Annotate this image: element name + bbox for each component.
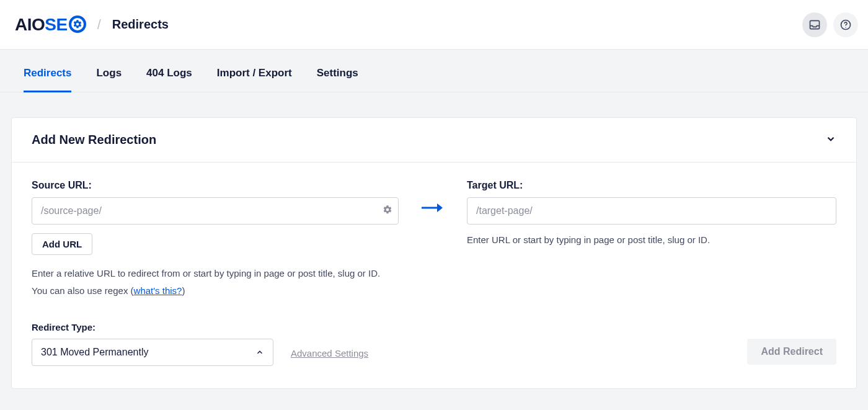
redirect-type-block: Redirect Type: 301 Moved Permanently — [32, 322, 273, 366]
source-help-text: Enter a relative URL to redirect from or… — [32, 265, 397, 300]
logo-gear-icon — [69, 16, 86, 33]
target-url-input[interactable] — [467, 197, 836, 225]
target-url-label: Target URL: — [467, 180, 836, 191]
tabs: Redirects Logs 404 Logs Import / Export … — [0, 50, 868, 92]
arrow-column — [399, 180, 467, 216]
breadcrumb-separator: / — [97, 17, 101, 33]
source-url-options-button[interactable] — [383, 205, 392, 217]
panel-title: Add New Redirection — [32, 133, 156, 147]
arrow-right-icon — [420, 202, 445, 216]
svg-point-2 — [845, 27, 846, 27]
chevron-up-icon — [255, 348, 264, 357]
tab-redirects[interactable]: Redirects — [24, 50, 71, 92]
panel-collapse-toggle[interactable] — [825, 133, 836, 147]
logo-text-aio: AIO — [15, 15, 45, 35]
help-button[interactable] — [833, 12, 858, 37]
source-url-input[interactable] — [32, 197, 399, 225]
source-help-post: ) — [182, 285, 185, 296]
tab-404-logs[interactable]: 404 Logs — [146, 50, 192, 92]
redirect-type-label: Redirect Type: — [32, 322, 273, 332]
source-url-label: Source URL: — [32, 180, 399, 191]
panel-body: Source URL: Add URL Enter a relative URL… — [12, 163, 856, 388]
tab-settings[interactable]: Settings — [317, 50, 358, 92]
gear-icon — [383, 205, 392, 215]
source-help-pre: Enter a relative URL to redirect from or… — [32, 268, 380, 296]
inbox-icon — [808, 19, 821, 31]
redirect-type-select[interactable]: 301 Moved Permanently — [32, 339, 273, 366]
panel-add-redirection: Add New Redirection Source URL: Add URL … — [11, 117, 857, 389]
chevron-down-icon — [825, 133, 836, 145]
topbar: AIO SE / Redirects — [0, 0, 868, 50]
form-row-urls: Source URL: Add URL Enter a relative URL… — [32, 180, 836, 300]
whats-this-link[interactable]: what's this? — [134, 285, 182, 296]
target-help-text: Enter URL or start by typing in page or … — [467, 234, 836, 245]
add-redirect-button[interactable]: Add Redirect — [747, 339, 836, 365]
form-row-bottom: Redirect Type: 301 Moved Permanently Adv… — [32, 322, 836, 366]
inbox-button[interactable] — [802, 12, 827, 37]
target-column: Target URL: Enter URL or start by typing… — [467, 180, 836, 245]
logo-text-se: SE — [45, 15, 67, 35]
redirect-type-selected: 301 Moved Permanently — [41, 347, 148, 358]
page-title: Redirects — [112, 17, 169, 32]
tab-import-export[interactable]: Import / Export — [217, 50, 292, 92]
logo: AIO SE — [15, 15, 86, 35]
panel-header: Add New Redirection — [12, 118, 856, 163]
add-url-button[interactable]: Add URL — [32, 233, 92, 255]
svg-rect-0 — [810, 20, 820, 29]
tab-logs[interactable]: Logs — [96, 50, 122, 92]
source-column: Source URL: Add URL Enter a relative URL… — [32, 180, 399, 300]
advanced-settings-link[interactable]: Advanced Settings — [291, 348, 368, 359]
help-icon — [839, 19, 852, 31]
